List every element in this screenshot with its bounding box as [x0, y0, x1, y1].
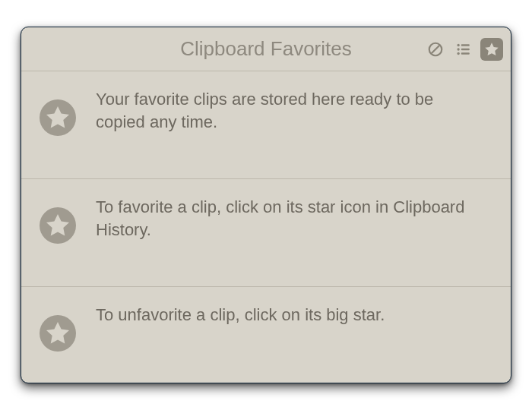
header-toolbar: [424, 38, 503, 61]
svg-rect-5: [461, 48, 470, 50]
panel-title: Clipboard Favorites: [180, 37, 351, 61]
star-icon: [38, 87, 78, 137]
list-item-text: To unfavorite a clip, click on its big s…: [96, 302, 392, 326]
svg-point-6: [457, 52, 459, 54]
list-item: To favorite a clip, click on its star ic…: [21, 179, 511, 287]
svg-line-1: [432, 45, 440, 53]
list-item: Your favorite clips are stored here read…: [21, 71, 511, 179]
panel-header: Clipboard Favorites: [21, 27, 511, 71]
list-item: To unfavorite a clip, click on its big s…: [21, 287, 511, 383]
list-item-text: To favorite a clip, click on its star ic…: [96, 194, 494, 241]
clear-icon[interactable]: [424, 38, 447, 61]
list-item-text: Your favorite clips are stored here read…: [96, 87, 494, 133]
clipboard-favorites-panel: Clipboard Favorites: [21, 27, 511, 383]
svg-rect-3: [461, 44, 470, 46]
favorites-tab-icon[interactable]: [480, 38, 503, 61]
svg-point-4: [457, 48, 459, 50]
star-icon: [38, 194, 78, 244]
star-icon: [38, 302, 78, 352]
svg-point-2: [457, 43, 459, 46]
svg-rect-7: [461, 52, 470, 55]
list-icon[interactable]: [452, 38, 475, 61]
